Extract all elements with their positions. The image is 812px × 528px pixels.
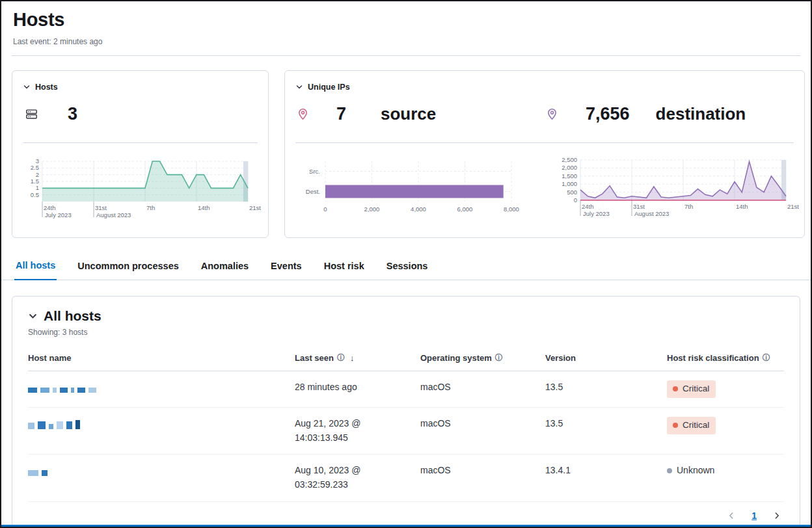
hosts-count: 3: [68, 104, 77, 124]
unique-ips-bar-chart: 02,0004,0006,0008,000Src.Dest.: [295, 156, 522, 224]
tab-uncommon-processes[interactable]: Uncommon processes: [76, 256, 180, 280]
source-ips-metric: 7 source: [295, 104, 545, 124]
svg-text:14th: 14th: [198, 204, 210, 211]
panel-divider: [23, 142, 258, 143]
panel-divider: [295, 142, 794, 143]
all-hosts-title: All hosts: [44, 308, 102, 324]
column-version: Version: [545, 346, 667, 371]
unknown-dot-icon: [667, 468, 672, 473]
host-name-link-redacted[interactable]: [28, 466, 287, 476]
risk-cell: Critical: [667, 408, 784, 454]
page-title: Hosts: [13, 9, 799, 31]
destination-label: destination: [656, 104, 746, 124]
os-cell: macOS: [420, 371, 545, 407]
last-seen-cell: Aug 21, 2023 @ 14:03:13.945: [295, 408, 420, 454]
chevron-down-icon[interactable]: [28, 311, 38, 321]
svg-text:8,000: 8,000: [504, 205, 519, 213]
info-icon[interactable]: ⓘ: [495, 352, 503, 363]
risk-cell: Critical: [667, 371, 784, 407]
svg-text:24th: 24th: [582, 203, 594, 210]
chevron-down-icon[interactable]: [295, 83, 303, 91]
destination-ips-count: 7,656: [586, 104, 630, 124]
svg-text:August 2023: August 2023: [634, 210, 669, 217]
last-event-text: Last event: 2 minutes ago: [13, 37, 799, 46]
version-cell: 13.5: [545, 371, 667, 407]
tab-events[interactable]: Events: [269, 256, 303, 280]
bottom-accent-bar: [1, 525, 811, 527]
svg-text:31st: 31st: [633, 203, 645, 210]
svg-text:1,500: 1,500: [562, 172, 577, 179]
hosts-kpi-title: Hosts: [35, 83, 58, 92]
svg-text:7th: 7th: [146, 204, 155, 211]
map-pin-destination-icon: [546, 108, 558, 120]
risk-badge-critical: Critical: [667, 417, 716, 434]
critical-dot-icon: [673, 386, 678, 391]
column-host-risk-classification[interactable]: Host risk classification ⓘ: [667, 346, 784, 371]
svg-text:0: 0: [323, 205, 327, 213]
page-header: Hosts Last event: 2 minutes ago: [1, 1, 811, 46]
svg-text:2,000: 2,000: [562, 164, 577, 171]
unique-ips-kpi-panel: Unique IPs 7 source: [284, 70, 805, 238]
svg-text:21st: 21st: [249, 204, 261, 211]
svg-text:500: 500: [567, 189, 577, 196]
tab-all-hosts[interactable]: All hosts: [14, 256, 57, 280]
svg-text:7th: 7th: [684, 203, 693, 210]
unique-ips-kpi-title: Unique IPs: [308, 83, 350, 92]
svg-text:24th: 24th: [44, 204, 56, 211]
previous-page-button[interactable]: [725, 510, 737, 521]
os-cell: macOS: [420, 455, 545, 501]
column-host-name: Host name: [28, 346, 295, 371]
column-operating-system[interactable]: Operating system ⓘ: [420, 346, 545, 371]
pagination: 1: [28, 502, 784, 524]
unique-ips-area-chart: 2,5002,0001,5001,000500024thJuly 202331s…: [554, 156, 794, 224]
tab-anomalies[interactable]: Anomalies: [200, 256, 250, 280]
storage-icon: [25, 108, 38, 120]
next-page-button[interactable]: [771, 510, 783, 521]
host-name-link-redacted[interactable]: [28, 383, 287, 393]
header-divider: [12, 55, 800, 56]
column-last-seen[interactable]: Last seen ⓘ ↓: [295, 346, 420, 371]
hosts-area-chart: 32.521.510.524thJuly 202331stAugust 2023…: [23, 157, 257, 225]
svg-text:0.5: 0.5: [31, 191, 39, 198]
table-row: Aug 10, 2023 @ 03:32:59.233 macOS 13.4.1…: [28, 455, 784, 501]
svg-text:31st: 31st: [95, 204, 107, 211]
version-cell: 13.4.1: [545, 455, 667, 501]
table-row: Aug 21, 2023 @ 14:03:13.945 macOS 13.5 C…: [28, 408, 784, 455]
info-icon[interactable]: ⓘ: [763, 352, 770, 363]
hosts-kpi-panel: Hosts 3 32.521.510.524thJuly 202331stAug…: [12, 70, 269, 238]
svg-text:1,000: 1,000: [562, 180, 577, 187]
svg-text:6,000: 6,000: [457, 205, 473, 213]
risk-badge-unknown: Unknown: [667, 464, 714, 478]
risk-badge-critical: Critical: [667, 380, 716, 398]
page-number-1[interactable]: 1: [751, 510, 757, 521]
all-hosts-panel: All hosts Showing: 3 hosts Host name Las…: [12, 296, 800, 528]
host-name-link-redacted[interactable]: [28, 419, 287, 429]
svg-text:14th: 14th: [736, 203, 748, 210]
last-seen-cell: Aug 10, 2023 @ 03:32:59.233: [295, 455, 420, 501]
tab-sessions[interactable]: Sessions: [385, 256, 429, 280]
risk-cell: Unknown: [667, 455, 784, 501]
svg-text:2,500: 2,500: [562, 156, 577, 163]
svg-text:July 2023: July 2023: [583, 210, 610, 217]
chevron-down-icon[interactable]: [23, 83, 31, 91]
showing-count: Showing: 3 hosts: [28, 328, 784, 337]
source-label: source: [381, 104, 436, 124]
version-cell: 13.5: [545, 408, 667, 454]
svg-text:0: 0: [574, 196, 577, 204]
svg-text:Src.: Src.: [309, 168, 320, 175]
svg-text:August 2023: August 2023: [96, 211, 131, 218]
last-seen-cell: 28 minutes ago: [295, 371, 420, 407]
map-pin-source-icon: [297, 108, 309, 120]
svg-text:2,000: 2,000: [364, 205, 380, 213]
destination-ips-metric: 7,656 destination: [545, 104, 794, 124]
svg-text:21st: 21st: [787, 203, 799, 210]
tab-host-risk[interactable]: Host risk: [323, 256, 366, 280]
sort-descending-icon[interactable]: ↓: [350, 353, 355, 363]
source-ips-count: 7: [336, 104, 355, 124]
hosts-tab-bar: All hosts Uncommon processes Anomalies E…: [1, 256, 811, 280]
svg-text:July 2023: July 2023: [45, 211, 72, 218]
svg-text:4,000: 4,000: [411, 205, 426, 213]
info-icon[interactable]: ⓘ: [337, 352, 345, 363]
svg-text:Dest.: Dest.: [306, 188, 320, 195]
table-header-row: Host name Last seen ⓘ ↓ Operating system…: [28, 346, 784, 371]
